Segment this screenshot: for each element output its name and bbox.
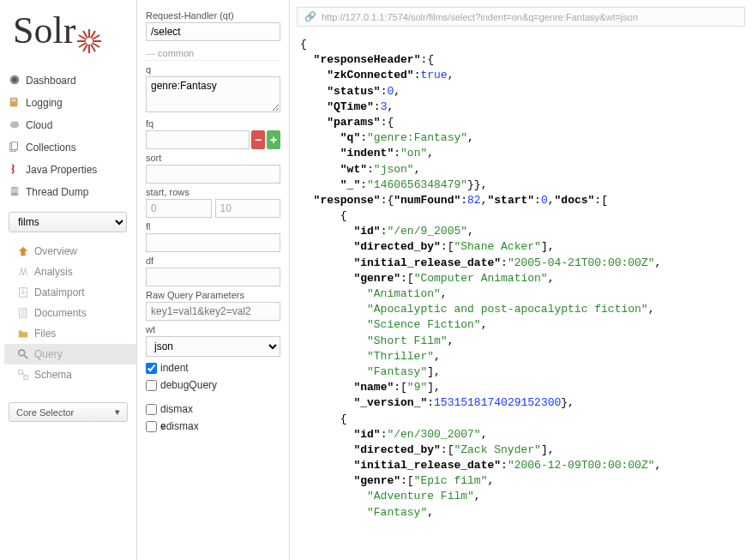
nav-threaddump[interactable]: Thread Dump <box>0 181 136 203</box>
svg-rect-15 <box>12 99 16 100</box>
core-dropdown[interactable]: films <box>9 212 127 232</box>
chevron-down-icon: ▾ <box>115 406 120 418</box>
raw-input[interactable] <box>146 302 280 321</box>
svg-rect-14 <box>10 98 18 107</box>
sort-label: sort <box>146 153 280 163</box>
main-nav: Dashboard Logging Cloud Collections Java… <box>0 69 136 203</box>
cloud-icon <box>9 118 21 130</box>
edismax-label: edismax <box>160 420 199 432</box>
debug-checkbox[interactable] <box>146 380 157 391</box>
fq-label: fq <box>146 118 280 129</box>
subnav-schema[interactable]: Schema <box>4 364 136 385</box>
core-selector-dropdown[interactable]: Core Selector ▾ <box>9 402 128 422</box>
svg-rect-30 <box>19 370 22 374</box>
fq-add-button[interactable]: + <box>267 130 280 149</box>
rows-input[interactable] <box>215 199 281 218</box>
sort-input[interactable] <box>146 165 280 184</box>
subnav-dataimport[interactable]: Dataimport <box>4 282 136 303</box>
analysis-icon <box>17 266 29 278</box>
wt-label: wt <box>146 324 280 334</box>
fl-input[interactable] <box>146 233 280 252</box>
subnav-analysis[interactable]: Analysis <box>4 262 136 282</box>
json-output: { "responseHeader":{ "zkConnected":true,… <box>290 33 752 524</box>
svg-point-19 <box>14 122 18 126</box>
result-url-bar[interactable]: 🔗 http://127.0.1.1:7574/solr/films/selec… <box>297 7 745 27</box>
threaddump-icon <box>9 185 21 197</box>
subnav-documents[interactable]: Documents <box>4 303 136 323</box>
link-icon: 🔗 <box>304 11 316 22</box>
schema-icon <box>17 369 29 381</box>
result-url: http://127.0.1.1:7574/solr/films/select?… <box>322 12 638 22</box>
qt-input[interactable] <box>146 22 280 41</box>
subnav-overview[interactable]: Overview <box>4 241 136 262</box>
overview-icon <box>17 245 29 257</box>
svg-rect-6 <box>88 45 90 53</box>
result-panel: 🔗 http://127.0.1.1:7574/solr/films/selec… <box>290 0 752 560</box>
indent-label: indent <box>160 362 189 374</box>
raw-label: Raw Query Parameters <box>146 290 280 300</box>
svg-marker-25 <box>19 247 28 256</box>
svg-rect-16 <box>12 100 16 101</box>
svg-point-24 <box>11 193 19 196</box>
svg-point-28 <box>19 350 25 356</box>
edismax-checkbox[interactable] <box>146 421 157 432</box>
nav-dashboard[interactable]: Dashboard <box>0 69 136 92</box>
nav-javaprops[interactable]: Java Properties <box>0 159 136 181</box>
df-label: df <box>146 256 280 266</box>
sidebar: Solr Dashboard Logging Cloud Collections… <box>0 0 137 560</box>
q-input[interactable]: genre:Fantasy <box>146 76 280 112</box>
core-subnav: Overview Analysis Dataimport Documents F… <box>0 241 136 385</box>
logo: Solr <box>0 0 136 69</box>
fl-label: fl <box>146 221 280 232</box>
svg-rect-9 <box>77 40 86 42</box>
documents-icon <box>17 307 29 319</box>
collections-icon <box>9 141 21 153</box>
nav-cloud[interactable]: Cloud <box>0 114 136 136</box>
svg-rect-0 <box>88 29 90 38</box>
javaprops-icon <box>9 163 21 175</box>
svg-line-29 <box>24 355 27 358</box>
svg-rect-21 <box>12 142 18 150</box>
files-icon <box>17 328 29 340</box>
dataimport-icon <box>17 286 29 298</box>
query-form: Request-Handler (qt) common q genre:Fant… <box>137 0 290 560</box>
common-section: common <box>146 48 280 61</box>
qt-label: Request-Handler (qt) <box>146 10 280 21</box>
logging-icon <box>9 96 21 108</box>
indent-checkbox[interactable] <box>146 363 157 374</box>
df-input[interactable] <box>146 268 280 286</box>
nav-collections[interactable]: Collections <box>0 136 136 159</box>
startrows-label: start, rows <box>146 187 280 197</box>
fq-input[interactable] <box>146 130 250 149</box>
dismax-checkbox[interactable] <box>146 404 157 415</box>
query-icon <box>17 348 29 360</box>
subnav-query[interactable]: Query <box>4 344 136 364</box>
logo-sun-icon <box>77 19 101 43</box>
svg-point-13 <box>12 77 16 81</box>
subnav-files[interactable]: Files <box>4 323 136 344</box>
dismax-label: dismax <box>160 403 193 415</box>
q-label: q <box>146 64 280 75</box>
logo-text: Solr <box>13 9 75 52</box>
svg-rect-3 <box>93 40 101 42</box>
start-input[interactable] <box>146 199 212 218</box>
debug-label: debugQuery <box>160 379 217 391</box>
dashboard-icon <box>9 74 21 86</box>
fq-remove-button[interactable]: − <box>251 130 265 149</box>
wt-select[interactable]: json <box>146 336 280 357</box>
nav-logging[interactable]: Logging <box>0 92 136 114</box>
